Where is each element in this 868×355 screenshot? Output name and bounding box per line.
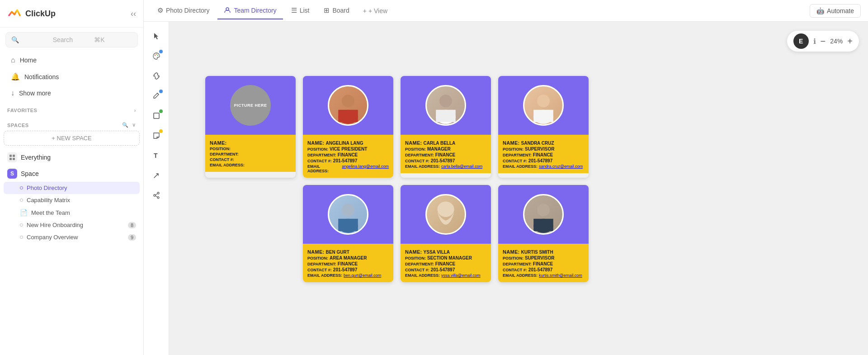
card-angelina-photo-area: [303, 76, 393, 135]
tool-arrow[interactable]: [147, 166, 165, 185]
tab-board[interactable]: ⊞ Board: [317, 3, 355, 19]
nav-item-home[interactable]: ⌂ Home: [4, 52, 140, 68]
card-yssa-photo: [425, 194, 466, 235]
sidebar-item-company-overview[interactable]: Company Overview 9: [4, 231, 140, 243]
tool-share[interactable]: [147, 186, 165, 204]
tab-list-label: List: [300, 7, 310, 14]
search-icon: 🔍: [11, 36, 49, 43]
main-content: ⚙ Photo Directory Team Directory ☰ List …: [144, 0, 868, 355]
template-contact-label: CONTACT #:: [210, 157, 234, 162]
svg-point-11: [154, 194, 156, 196]
automate-label: Automate: [827, 7, 854, 14]
zoom-user-avatar[interactable]: E: [793, 33, 809, 49]
svg-point-29: [537, 204, 550, 216]
sidebar-item-photo-directory[interactable]: Photo Directory: [4, 182, 140, 194]
everything-label: Everything: [21, 154, 51, 161]
card-angelina-lang[interactable]: NAME: ANGELINA LANG POSITION: VICE PRESI…: [303, 76, 393, 178]
card-kurtis-photo-area: [498, 185, 589, 244]
collapse-sidebar-button[interactable]: ‹‹: [131, 9, 136, 19]
space-badge: S: [7, 169, 17, 179]
nav-notifications-label: Notifications: [24, 73, 59, 80]
svg-rect-31: [533, 219, 553, 231]
card-kurtis-info: NAME: KURTIS SMITH POSITION: SUPERVISOR …: [498, 244, 589, 282]
nav-item-notifications[interactable]: 🔔 Notifications: [4, 68, 140, 85]
tool-sticky[interactable]: [147, 127, 165, 145]
tab-board-icon: ⊞: [324, 6, 330, 14]
svg-point-6: [156, 54, 156, 55]
space-item-space[interactable]: S Space: [4, 166, 140, 182]
card-sandra-cruz[interactable]: NAME: SANDRA CRUZ POSITION: SUPERVISOR D…: [498, 76, 589, 178]
search-spaces-icon[interactable]: 🔍: [122, 122, 129, 128]
nav-home-label: Home: [20, 57, 37, 64]
card-sandra-photo: [523, 85, 564, 126]
space-item-everything[interactable]: Everything: [4, 149, 140, 166]
nav-item-show-more[interactable]: ↓ Show more: [4, 85, 140, 101]
tab-board-label: Board: [332, 7, 349, 14]
tab-bar: ⚙ Photo Directory Team Directory ☰ List …: [144, 0, 868, 22]
tool-pencil-dot: [159, 90, 163, 93]
canvas-content[interactable]: E ℹ − 24% + PICTURE HERE NAME:: [169, 22, 868, 355]
svg-point-7: [157, 55, 158, 56]
new-space-button[interactable]: + NEW SPACE: [4, 131, 140, 146]
photo-directory-label: Photo Directory: [27, 185, 67, 191]
tool-palette[interactable]: [147, 47, 165, 65]
plus-icon: +: [363, 7, 367, 14]
template-department-label: DEPARTMENT:: [210, 152, 239, 156]
tool-sticky-dot: [159, 129, 163, 133]
svg-rect-26: [338, 219, 358, 231]
tool-pencil[interactable]: [147, 87, 165, 105]
automate-button[interactable]: 🤖 Automate: [810, 4, 861, 18]
card-kurtis-smith[interactable]: NAME: KURTIS SMITH POSITION: SUPERVISOR …: [498, 185, 589, 282]
add-view-label: + View: [368, 7, 387, 14]
chevron-down-spaces-icon[interactable]: ∨: [132, 122, 136, 128]
svg-point-4: [226, 8, 229, 10]
canvas-area: T E ℹ − 24% +: [144, 22, 868, 355]
template-email-label: EMAIL ADDRESS:: [210, 163, 245, 167]
tool-link[interactable]: [147, 67, 165, 85]
svg-rect-1: [13, 155, 15, 157]
search-bar[interactable]: 🔍 Search ⌘K: [5, 32, 138, 47]
zoom-in-button[interactable]: +: [847, 37, 853, 46]
company-overview-badge: 9: [128, 234, 136, 241]
tab-list-icon: ☰: [291, 6, 297, 14]
template-card-info: NAME: POSITION: DEPARTMENT: CONTACT #: E: [205, 135, 296, 172]
svg-rect-17: [338, 110, 358, 122]
tab-photo-directory[interactable]: ⚙ Photo Directory: [151, 3, 216, 19]
favorites-chevron[interactable]: ›: [134, 108, 136, 113]
add-view-button[interactable]: + + View: [358, 5, 393, 17]
svg-point-12: [157, 197, 159, 199]
tool-select[interactable]: [147, 27, 165, 45]
sidebar-item-new-hire-onboarding[interactable]: New Hire Onboarding 8: [4, 219, 140, 231]
card-ben-photo-area: [303, 185, 393, 244]
info-button[interactable]: ℹ: [813, 37, 816, 46]
tool-rectangle[interactable]: [147, 107, 165, 125]
card-kurtis-photo: [523, 194, 564, 235]
card-carla-photo: [425, 85, 466, 126]
spaces-actions[interactable]: 🔍 ∨: [122, 122, 136, 128]
tool-text[interactable]: T: [147, 147, 165, 165]
sidebar-item-meet-the-team[interactable]: 📄 Meet the Team: [4, 206, 140, 219]
tab-team-directory[interactable]: Team Directory: [217, 3, 283, 19]
sub-item-dot-new-hire: [20, 223, 23, 227]
tab-list[interactable]: ☰ List: [285, 3, 316, 19]
company-overview-label: Company Overview: [27, 234, 78, 241]
svg-point-5: [154, 55, 155, 56]
card-carla-bella[interactable]: NAME: CARLA BELLA POSITION: MANAGER DEPA…: [401, 76, 491, 178]
new-hire-badge: 8: [128, 222, 136, 228]
svg-line-13: [156, 194, 157, 195]
new-hire-onboarding-label: New Hire Onboarding: [27, 222, 83, 228]
zoom-out-button[interactable]: −: [821, 37, 826, 46]
card-sandra-photo-area: [498, 76, 589, 135]
svg-rect-0: [9, 155, 12, 157]
template-card[interactable]: PICTURE HERE NAME: POSITION: DEPARTMENT:: [205, 76, 296, 178]
card-yssa-photo-area: [401, 185, 491, 244]
card-carla-photo-area: [401, 76, 491, 135]
svg-rect-20: [436, 110, 456, 122]
clickup-logo[interactable]: ClickUp: [7, 6, 56, 21]
card-ben-gurt[interactable]: NAME: BEN GURT POSITION: AREA MANAGER DE…: [303, 185, 393, 282]
search-shortcut: ⌘K: [94, 36, 132, 43]
card-yssa-villa[interactable]: NAME: YSSA VILLA POSITION: SECTION MANAG…: [401, 185, 491, 282]
sidebar-item-capability-matrix[interactable]: Capability Matrix: [4, 194, 140, 206]
search-placeholder: Search: [53, 36, 91, 43]
svg-rect-8: [154, 113, 159, 118]
